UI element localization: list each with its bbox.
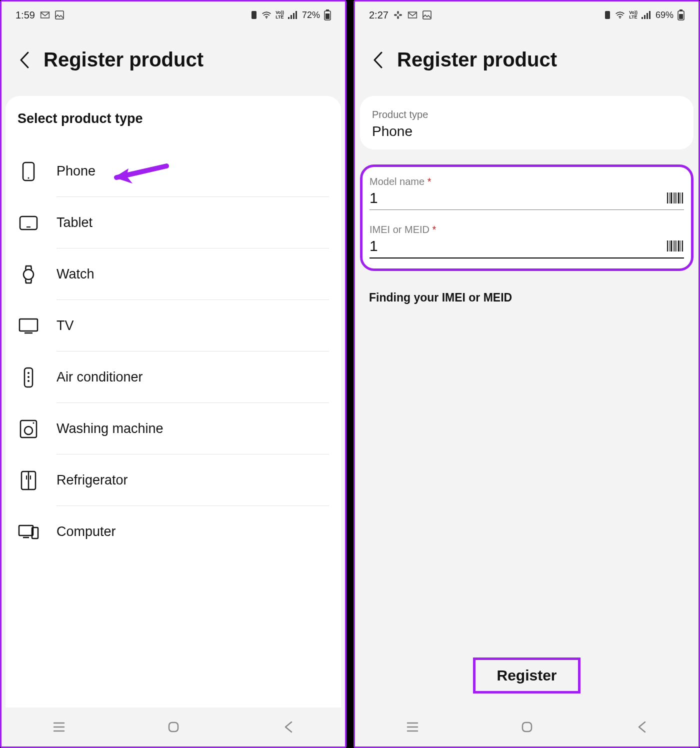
wifi-icon — [615, 11, 625, 19]
product-form-card: Model name * IMEI or MEID * — [360, 164, 694, 271]
product-label: Watch — [56, 266, 329, 282]
svg-rect-1 — [252, 11, 256, 19]
status-battery-pct: 69% — [656, 10, 674, 20]
product-type-summary: Product type Phone — [360, 96, 694, 150]
product-row-ac[interactable]: Air conditioner — [18, 352, 329, 403]
svg-rect-15 — [20, 319, 38, 331]
svg-rect-66 — [682, 240, 683, 252]
battery-saver-icon — [604, 10, 611, 20]
product-label: Refrigerator — [56, 472, 329, 488]
svg-point-18 — [28, 372, 30, 374]
svg-rect-0 — [56, 11, 64, 19]
product-row-phone[interactable]: Phone — [18, 146, 329, 197]
svg-rect-54 — [676, 192, 677, 204]
svg-rect-39 — [423, 11, 431, 19]
tablet-icon — [18, 216, 40, 230]
svg-rect-62 — [674, 240, 676, 252]
battery-icon — [324, 10, 331, 20]
svg-rect-44 — [646, 13, 648, 19]
select-product-type-title: Select product type — [18, 111, 329, 126]
product-label: Computer — [56, 524, 329, 540]
status-time: 1:59 — [16, 10, 35, 21]
product-label: Tablet — [56, 215, 329, 230]
product-type-card: Select product type Phone Tablet Watch — [6, 96, 341, 708]
svg-rect-63 — [676, 240, 677, 252]
status-bar: 1:59 Vo))LTE 72% — [2, 2, 345, 28]
barcode-scan-icon[interactable] — [666, 240, 684, 252]
svg-point-23 — [33, 422, 34, 424]
product-label: Air conditioner — [56, 370, 329, 385]
annotation-arrow — [112, 164, 172, 190]
product-row-tv[interactable]: TV — [18, 300, 329, 352]
svg-rect-9 — [326, 14, 330, 19]
back-button[interactable] — [16, 52, 32, 68]
nav-recents[interactable] — [49, 717, 69, 737]
svg-point-19 — [28, 376, 30, 378]
product-type-label: Product type — [372, 109, 682, 120]
nav-home[interactable] — [164, 717, 184, 737]
nav-recents[interactable] — [402, 717, 422, 737]
back-button[interactable] — [369, 52, 386, 68]
imei-field[interactable]: IMEI or MEID * — [370, 224, 684, 258]
wifi-icon — [262, 11, 272, 19]
svg-rect-5 — [293, 13, 294, 19]
android-nav-bar — [355, 708, 698, 746]
page-title: Register product — [397, 48, 557, 71]
product-row-watch[interactable]: Watch — [18, 248, 329, 300]
battery-saver-icon — [250, 10, 258, 20]
svg-rect-64 — [678, 240, 680, 252]
status-battery-pct: 72% — [302, 10, 320, 20]
gmail-icon — [408, 11, 418, 19]
signal-icon — [642, 11, 652, 19]
product-label: Washing machine — [56, 421, 329, 436]
product-label: Phone — [56, 164, 329, 179]
status-bar: 2:27 Vo))LTE 69% — [355, 2, 698, 28]
register-button[interactable]: Register — [473, 658, 580, 694]
svg-rect-53 — [674, 192, 676, 204]
tv-icon — [18, 318, 40, 334]
product-row-fridge[interactable]: Refrigerator — [18, 454, 329, 506]
slack-icon — [394, 10, 402, 20]
svg-rect-6 — [296, 11, 297, 19]
svg-rect-57 — [682, 192, 683, 204]
svg-rect-38 — [397, 16, 399, 19]
svg-rect-61 — [673, 240, 674, 252]
fridge-icon — [18, 470, 40, 490]
computer-icon — [18, 524, 40, 540]
app-header: Register product — [2, 28, 345, 96]
product-row-tablet[interactable]: Tablet — [18, 197, 329, 248]
nav-home[interactable] — [517, 717, 537, 737]
svg-rect-40 — [605, 11, 610, 19]
volte-icon: Vo))LTE — [629, 10, 638, 20]
gallery-icon — [422, 10, 432, 20]
gmail-icon — [40, 11, 50, 19]
model-name-input[interactable] — [370, 190, 666, 206]
signal-icon — [288, 11, 298, 19]
model-name-label: Model name — [370, 176, 424, 187]
svg-rect-28 — [19, 526, 33, 536]
product-label: TV — [56, 318, 329, 334]
model-name-field[interactable]: Model name * — [370, 176, 684, 210]
nav-back[interactable] — [278, 717, 298, 737]
svg-rect-59 — [669, 240, 670, 252]
svg-point-14 — [24, 270, 34, 280]
svg-point-20 — [28, 380, 30, 382]
ac-remote-icon — [18, 367, 40, 388]
barcode-scan-icon[interactable] — [666, 192, 684, 204]
svg-point-41 — [620, 18, 621, 19]
svg-rect-4 — [290, 15, 292, 19]
svg-rect-50 — [669, 192, 670, 204]
product-row-washer[interactable]: Washing machine — [18, 403, 329, 454]
product-type-value: Phone — [372, 124, 682, 140]
nav-back[interactable] — [632, 717, 652, 737]
product-row-computer[interactable]: Computer — [18, 506, 329, 558]
required-mark: * — [432, 224, 436, 235]
imei-input[interactable] — [370, 238, 666, 254]
svg-rect-35 — [394, 14, 397, 16]
imei-label: IMEI or MEID — [370, 224, 430, 235]
svg-rect-37 — [397, 11, 399, 14]
svg-point-22 — [24, 426, 32, 434]
imei-help-link[interactable]: Finding your IMEI or MEID — [360, 271, 694, 304]
svg-rect-3 — [288, 17, 290, 19]
svg-rect-56 — [680, 192, 681, 204]
